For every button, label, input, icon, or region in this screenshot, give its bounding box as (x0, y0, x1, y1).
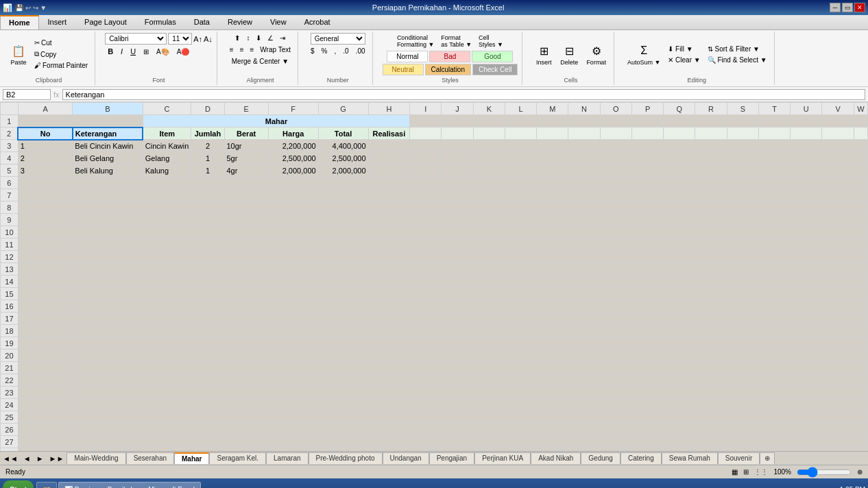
col-header-o[interactable]: O (600, 103, 631, 115)
col-header-q[interactable]: Q (664, 103, 695, 115)
title-bar-controls[interactable]: ─ ▭ ✕ (830, 3, 865, 12)
cell-g2[interactable]: Total (318, 127, 368, 140)
cell-o1[interactable] (600, 115, 631, 127)
increase-font-button[interactable]: A↑ (193, 35, 202, 43)
cell-i5[interactable] (410, 164, 442, 177)
cell-b4[interactable]: Beli Gelang (73, 152, 143, 164)
style-neutral[interactable]: Neutral (383, 64, 424, 75)
cell-h3[interactable] (368, 140, 410, 152)
cell-b1[interactable] (73, 115, 143, 127)
cell-c5[interactable]: Kalung (143, 164, 191, 177)
cell-t2[interactable] (758, 127, 790, 140)
col-header-v[interactable]: V (822, 103, 854, 115)
increase-decimal-button[interactable]: .0 (340, 46, 351, 56)
text-angle-button[interactable]: ∠ (265, 33, 276, 43)
cell-e2[interactable]: Berat (224, 127, 268, 140)
tab-page-layout[interactable]: Page Layout (75, 15, 136, 29)
cell-b5[interactable]: Beli Kalung (73, 164, 143, 177)
cell-v1[interactable] (822, 115, 854, 127)
view-normal-icon[interactable]: ▦ (732, 468, 738, 476)
cell-n2[interactable] (568, 127, 600, 140)
cell-k1[interactable] (473, 115, 505, 127)
cell-w1[interactable] (854, 115, 868, 127)
cell-e5[interactable]: 4gr (224, 164, 268, 177)
taskbar-explorer[interactable]: 📁 (36, 482, 57, 488)
align-bottom-button[interactable]: ⬇ (253, 33, 264, 43)
cell-d4[interactable]: 1 (191, 152, 224, 164)
format-as-table-button[interactable]: Formatas Table ▼ (438, 33, 474, 49)
format-button[interactable]: ⚙ Format (583, 40, 610, 68)
cell-j5[interactable] (442, 164, 473, 177)
sheet-tab-perjinan[interactable]: Perjinan KUA (474, 452, 531, 464)
cell-f5[interactable]: 2,000,000 (268, 164, 318, 177)
sheet-tab-pengajian[interactable]: Pengajian (429, 452, 474, 464)
style-bad[interactable]: Bad (429, 51, 470, 62)
sheet-tab-seserahan[interactable]: Seserahan (126, 452, 174, 464)
cell-h2[interactable]: Realisasi (368, 127, 410, 140)
col-header-l[interactable]: L (505, 103, 536, 115)
align-left-button[interactable]: ≡ (227, 45, 237, 55)
cell-c2[interactable]: Item (143, 127, 191, 140)
insert-button[interactable]: ⊞ Insert (532, 40, 555, 68)
cell-j3[interactable] (442, 140, 473, 152)
cell-i2[interactable] (410, 127, 442, 140)
comma-button[interactable]: , (331, 46, 339, 56)
col-header-s[interactable]: S (727, 103, 758, 115)
tab-acrobat[interactable]: Acrobat (296, 15, 339, 29)
font-size-select[interactable]: 11 (168, 33, 192, 45)
cell-h5[interactable] (368, 164, 410, 177)
cell-q2[interactable] (664, 127, 695, 140)
decrease-font-button[interactable]: A↓ (204, 35, 213, 43)
cell-b3[interactable]: Beli Cincin Kawin (73, 140, 143, 152)
cell-e4[interactable]: 5gr (224, 152, 268, 164)
sheet-tab-main-wedding[interactable]: Main-Wedding (67, 452, 125, 464)
cell-styles-button[interactable]: CellStyles ▼ (476, 33, 506, 49)
cell-e3[interactable]: 10gr (224, 140, 268, 152)
cell-a2[interactable]: No (18, 127, 72, 140)
col-header-g[interactable]: G (318, 103, 368, 115)
cell-w2[interactable] (854, 127, 868, 140)
sheet-tab-sewa[interactable]: Sewa Rumah (662, 452, 718, 464)
sheet-nav-right[interactable]: ►► (47, 454, 67, 463)
decrease-decimal-button[interactable]: .00 (353, 46, 368, 56)
tab-review[interactable]: Review (219, 15, 261, 29)
find-select-button[interactable]: 🔍 Find & Select ▼ (705, 55, 770, 65)
col-header-w[interactable]: W (854, 103, 868, 115)
cell-h4[interactable] (368, 152, 410, 164)
tab-insert[interactable]: Insert (39, 15, 76, 29)
align-middle-button[interactable]: ↕ (243, 33, 252, 43)
cell-m1[interactable] (537, 115, 568, 127)
minimize-button[interactable]: ─ (830, 3, 841, 12)
wrap-text-button[interactable]: Wrap Text (257, 45, 293, 55)
cell-v2[interactable] (822, 127, 854, 140)
font-name-select[interactable]: Calibri (105, 33, 167, 45)
cell-c1[interactable]: Mahar (143, 115, 409, 127)
sheet-tab-add[interactable]: ⊕ (760, 452, 775, 464)
sheet-tab-undangan[interactable]: Undangan (383, 452, 429, 464)
cell-k2[interactable] (473, 127, 505, 140)
cell-b2[interactable]: Keterangan (73, 127, 143, 140)
cell-a5[interactable]: 3 (18, 164, 72, 177)
cell-a4[interactable]: 2 (18, 152, 72, 164)
formula-input[interactable] (62, 89, 865, 100)
merge-center-button[interactable]: Merge & Center ▼ (229, 56, 291, 66)
cell-l2[interactable] (505, 127, 536, 140)
cell-a6[interactable] (18, 177, 72, 189)
cell-p1[interactable] (631, 115, 663, 127)
sort-filter-button[interactable]: ⇅ Sort & Filter ▼ (705, 44, 770, 54)
cell-i1[interactable] (410, 115, 442, 127)
cell-m2[interactable] (537, 127, 568, 140)
col-header-a[interactable]: A (18, 103, 72, 115)
restore-button[interactable]: ▭ (842, 3, 853, 12)
sheet-tab-prewedding[interactable]: Pre-Wedding photo (309, 452, 383, 464)
fill-button[interactable]: ⬇ Fill ▼ (665, 44, 703, 54)
col-header-u[interactable]: U (791, 103, 822, 115)
font-color-button[interactable]: A🔴 (174, 47, 193, 57)
sheet-nav-prev[interactable]: ◄ (21, 454, 34, 463)
cell-s1[interactable] (727, 115, 758, 127)
cell-d2[interactable]: Jumlah (191, 127, 224, 140)
taskbar-excel[interactable]: 📊 Persiapan Pernikahan - Microsoft Excel (58, 482, 201, 488)
close-button[interactable]: ✕ (854, 3, 865, 12)
number-format-select[interactable]: General (311, 33, 365, 45)
view-page-break-icon[interactable]: ⋮⋮ (754, 468, 768, 476)
